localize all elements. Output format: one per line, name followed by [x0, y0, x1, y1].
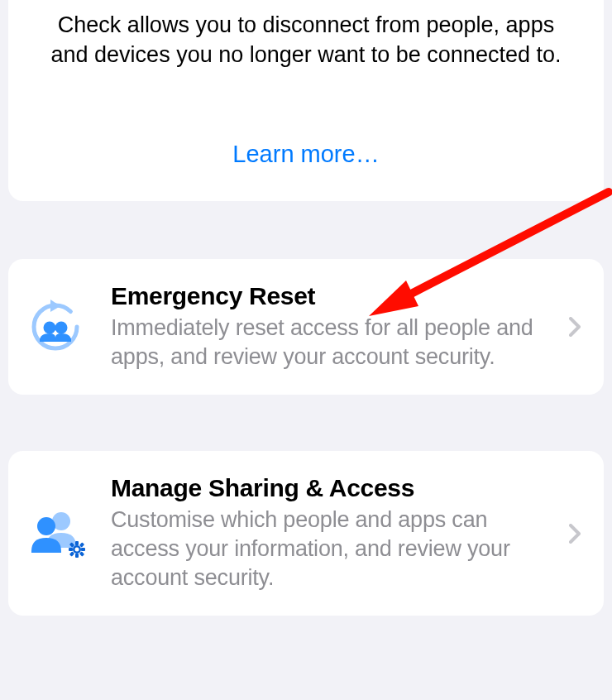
emergency-reset-title: Emergency Reset: [111, 282, 557, 310]
manage-sharing-row[interactable]: Manage Sharing & Access Customise which …: [8, 451, 604, 616]
svg-point-15: [75, 547, 79, 551]
emergency-reset-content: Emergency Reset Immediately reset access…: [88, 282, 562, 372]
manage-sharing-icon: [23, 510, 88, 558]
intro-description: Check allows you to disconnect from peop…: [8, 0, 604, 70]
chevron-right-icon: [562, 317, 587, 337]
emergency-reset-description: Immediately reset access for all people …: [111, 314, 557, 372]
manage-sharing-content: Manage Sharing & Access Customise which …: [88, 474, 562, 592]
intro-card: Check allows you to disconnect from peop…: [8, 0, 604, 201]
svg-rect-9: [69, 548, 73, 551]
manage-sharing-description: Customise which people and apps can acce…: [111, 506, 557, 592]
chevron-right-icon: [562, 524, 587, 544]
manage-sharing-title: Manage Sharing & Access: [111, 474, 557, 502]
emergency-reset-row[interactable]: Emergency Reset Immediately reset access…: [8, 259, 604, 395]
svg-rect-3: [40, 338, 71, 342]
svg-rect-8: [75, 554, 79, 558]
svg-point-5: [37, 517, 55, 535]
svg-rect-10: [81, 548, 85, 551]
svg-point-1: [44, 321, 56, 333]
emergency-reset-icon: [23, 300, 88, 354]
learn-more-link[interactable]: Learn more…: [8, 141, 604, 168]
svg-marker-0: [50, 300, 60, 312]
svg-point-2: [55, 321, 68, 333]
svg-rect-7: [75, 541, 79, 545]
